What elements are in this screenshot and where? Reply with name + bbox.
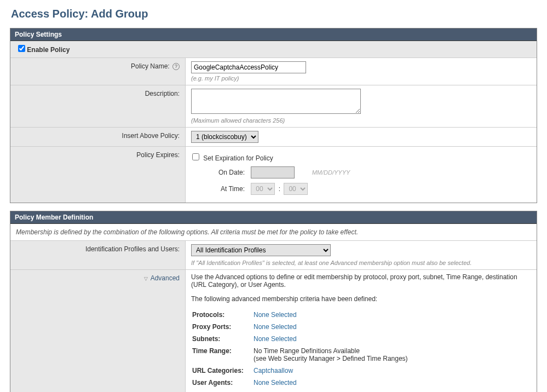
- user-agents-label: User Agents:: [192, 377, 252, 388]
- user-agents-link[interactable]: None Selected: [254, 379, 297, 387]
- time-colon: :: [279, 185, 280, 193]
- on-date-input: [251, 166, 295, 178]
- policy-member-header: Policy Member Definition: [10, 211, 537, 224]
- subnets-label: Subnets:: [192, 333, 252, 344]
- description-label: Description:: [10, 85, 186, 127]
- policy-expires-label: Policy Expires:: [10, 147, 186, 203]
- policy-settings-panel: Policy Settings Enable Policy Policy Nam…: [10, 28, 537, 203]
- page-title: Access Policy: Add Group: [11, 8, 537, 20]
- policy-settings-header: Policy Settings: [10, 28, 537, 41]
- url-categories-link[interactable]: Captchaallow: [254, 367, 293, 374]
- enable-policy-label: Enable Policy: [27, 46, 70, 54]
- protocols-label: Protocols:: [192, 309, 252, 320]
- insert-above-label: Insert Above Policy:: [10, 128, 186, 146]
- at-time-label: At Time:: [212, 185, 245, 193]
- advanced-intro: Use the Advanced options to define or ed…: [191, 273, 531, 289]
- ident-profiles-label: Identification Profiles and Users:: [10, 241, 186, 269]
- ident-profiles-hint: If "All Identification Profiles" is sele…: [191, 260, 531, 266]
- chevron-down-icon: ▽: [144, 276, 148, 281]
- url-categories-label: URL Categories:: [192, 365, 252, 376]
- proxy-ports-link[interactable]: None Selected: [254, 323, 297, 331]
- policy-name-label: Policy Name:: [131, 62, 170, 70]
- time-range-sub: (see Web Security Manager > Defined Time…: [254, 355, 408, 362]
- set-expiration-checkbox[interactable]: [192, 153, 199, 160]
- time-range-label: Time Range:: [192, 345, 252, 364]
- policy-member-panel: Policy Member Definition Membership is d…: [10, 211, 537, 392]
- time-range-value: No Time Range Definitions Available: [254, 347, 360, 355]
- date-format-hint: MM/DD/YYYY: [312, 169, 350, 176]
- protocols-link[interactable]: None Selected: [254, 311, 297, 319]
- proxy-ports-label: Proxy Ports:: [192, 321, 252, 332]
- time-hour-select: 00: [251, 183, 275, 195]
- insert-above-select[interactable]: 1 (blockciscobuy): [191, 131, 258, 143]
- description-hint: (Maximum allowed characters 256): [191, 117, 531, 124]
- set-expiration-label: Set Expiration for Policy: [203, 154, 273, 162]
- ident-profiles-select[interactable]: All Identification Profiles: [191, 244, 331, 256]
- advanced-defined-text: The following advanced membership criter…: [191, 295, 531, 303]
- policy-name-hint: (e.g. my IT policy): [191, 75, 531, 82]
- policy-name-input[interactable]: [191, 61, 306, 73]
- description-textarea[interactable]: [191, 89, 361, 114]
- enable-policy-checkbox[interactable]: [18, 45, 25, 52]
- member-note: Membership is defined by the combination…: [10, 224, 537, 241]
- enable-policy-row: Enable Policy: [10, 41, 537, 57]
- time-min-select: 00: [284, 183, 308, 195]
- advanced-toggle[interactable]: Advanced: [151, 274, 180, 282]
- help-icon[interactable]: ?: [172, 63, 180, 70]
- on-date-label: On Date:: [212, 169, 245, 176]
- subnets-link[interactable]: None Selected: [254, 335, 297, 343]
